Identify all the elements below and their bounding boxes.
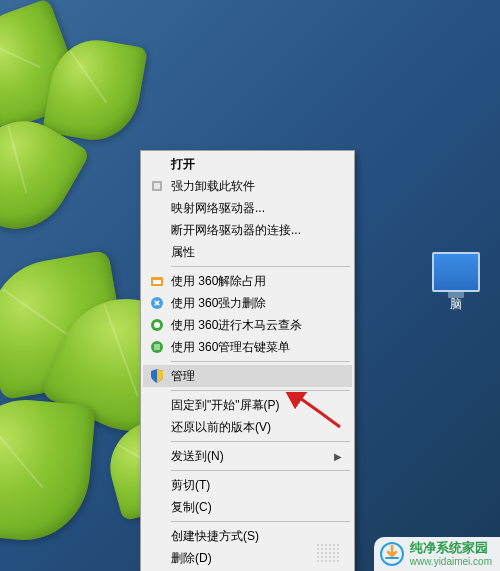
watermark-title: 纯净系统家园 (410, 541, 492, 555)
blank-icon (147, 550, 167, 566)
watermark: 纯净系统家园 www.yidaimei.com (374, 537, 500, 571)
context-menu: 打开 强力卸载此软件 映射网络驱动器... 断开网络驱动器的连接... 属性 使… (140, 150, 355, 571)
menu-open[interactable]: 打开 (143, 153, 352, 175)
menu-properties-top[interactable]: 属性 (143, 241, 352, 263)
uninstall-icon (147, 178, 167, 194)
360-scan-icon (147, 317, 167, 333)
blank-icon (147, 419, 167, 435)
menu-separator (171, 390, 350, 391)
blank-icon (147, 397, 167, 413)
blank-icon (147, 200, 167, 216)
360-delete-icon (147, 295, 167, 311)
menu-copy[interactable]: 复制(C) (143, 496, 352, 518)
360-unlock-icon (147, 273, 167, 289)
svg-point-6 (154, 322, 160, 328)
menu-360-release-occupancy[interactable]: 使用 360解除占用 (143, 270, 352, 292)
watermark-logo-icon (380, 542, 404, 566)
menu-pin-to-start[interactable]: 固定到"开始"屏幕(P) (143, 394, 352, 416)
blank-icon (147, 528, 167, 544)
menu-restore-previous[interactable]: 还原以前的版本(V) (143, 416, 352, 438)
menu-force-uninstall[interactable]: 强力卸载此软件 (143, 175, 352, 197)
shield-icon (147, 368, 167, 384)
menu-separator (171, 441, 350, 442)
blank-icon (147, 222, 167, 238)
blank-icon (147, 156, 167, 172)
svg-rect-3 (153, 280, 161, 284)
blank-icon (147, 448, 167, 464)
menu-cut[interactable]: 剪切(T) (143, 474, 352, 496)
menu-separator (171, 361, 350, 362)
menu-separator (171, 266, 350, 267)
submenu-arrow-icon: ▶ (334, 451, 342, 462)
360-manage-icon (147, 339, 167, 355)
blank-icon (147, 477, 167, 493)
menu-360-force-delete[interactable]: 使用 360强力删除 (143, 292, 352, 314)
menu-send-to[interactable]: 发送到(N) ▶ (143, 445, 352, 467)
computer-icon (432, 252, 480, 292)
menu-map-network-drive[interactable]: 映射网络驱动器... (143, 197, 352, 219)
menu-manage[interactable]: 管理 (143, 365, 352, 387)
menu-360-trojan-scan[interactable]: 使用 360进行木马云查杀 (143, 314, 352, 336)
menu-disconnect-network-drive[interactable]: 断开网络驱动器的连接... (143, 219, 352, 241)
menu-360-manage-context[interactable]: 使用 360管理右键菜单 (143, 336, 352, 358)
watermark-url: www.yidaimei.com (410, 556, 492, 567)
desktop-icon-label: 脑 (423, 296, 488, 313)
watermark-dots (316, 543, 340, 563)
leaf-decoration (0, 395, 96, 546)
desktop-icon-this-pc[interactable]: 脑 (423, 252, 488, 313)
svg-rect-1 (154, 183, 160, 189)
blank-icon (147, 499, 167, 515)
blank-icon (147, 244, 167, 260)
menu-separator (171, 470, 350, 471)
menu-separator (171, 521, 350, 522)
